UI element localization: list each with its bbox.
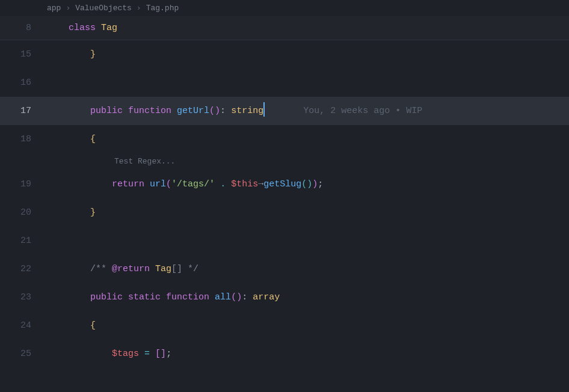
- editor-line[interactable]: 19 return url('/tags/' . $this→getSlug()…: [0, 170, 569, 198]
- chevron-right-icon: ›: [137, 4, 141, 13]
- editor-line[interactable]: 21: [0, 227, 569, 255]
- text-cursor: [263, 102, 265, 117]
- line-number: 24: [0, 311, 47, 340]
- line-number: 18: [0, 125, 47, 153]
- code-line[interactable]: {: [47, 311, 569, 340]
- line-number: 21: [0, 227, 47, 255]
- line-number: 16: [0, 69, 47, 97]
- code-line[interactable]: public static function all(): array: [47, 283, 569, 311]
- line-number: 19: [0, 170, 47, 198]
- breadcrumb[interactable]: app › ValueObjects › Tag.php: [0, 0, 569, 16]
- code-line[interactable]: public function getUrl(): stringYou, 2 w…: [47, 97, 569, 125]
- editor-line[interactable]: 22 /** @return Tag[] */: [0, 255, 569, 283]
- gutter-spacer: [0, 153, 47, 170]
- sticky-scroll-line[interactable]: 8 class Tag: [0, 16, 569, 40]
- code-lens-row: Test Regex...: [0, 153, 569, 170]
- code-line[interactable]: }: [47, 198, 569, 227]
- code-line[interactable]: /** @return Tag[] */: [47, 255, 569, 283]
- editor-line[interactable]: 15 }: [0, 40, 569, 69]
- chevron-right-icon: ›: [66, 4, 70, 13]
- code-line[interactable]: class Tag: [47, 16, 569, 40]
- code-line[interactable]: $tags = [];: [47, 340, 569, 368]
- code-line[interactable]: return url('/tags/' . $this→getSlug());: [47, 170, 569, 198]
- line-number: 25: [0, 340, 47, 368]
- code-line[interactable]: {: [47, 125, 569, 153]
- line-number: 20: [0, 198, 47, 227]
- editor-line[interactable]: 24 {: [0, 311, 569, 340]
- line-number: 8: [0, 16, 47, 40]
- code-editor[interactable]: 8 class Tag 15 } 16 17 public function g…: [0, 16, 569, 368]
- editor-line[interactable]: 20 }: [0, 198, 569, 227]
- code-line[interactable]: }: [47, 40, 569, 69]
- breadcrumb-seg-valueobjects[interactable]: ValueObjects: [75, 4, 132, 13]
- line-number: 15: [0, 40, 47, 69]
- breadcrumb-seg-app[interactable]: app: [47, 4, 61, 13]
- line-number: 23: [0, 283, 47, 311]
- editor-line[interactable]: 23 public static function all(): array: [0, 283, 569, 311]
- breadcrumb-seg-file[interactable]: Tag.php: [146, 4, 179, 13]
- line-number: 17: [0, 97, 47, 125]
- code-lens-test-regex[interactable]: Test Regex...: [114, 153, 175, 170]
- line-number: 22: [0, 255, 47, 283]
- git-blame-annotation: You, 2 weeks ago • WIP: [303, 106, 422, 116]
- editor-line[interactable]: 18 {: [0, 125, 569, 153]
- editor-line-active[interactable]: 17 public function getUrl(): stringYou, …: [0, 97, 569, 125]
- editor-line[interactable]: 25 $tags = [];: [0, 340, 569, 368]
- editor-line[interactable]: 16: [0, 69, 569, 97]
